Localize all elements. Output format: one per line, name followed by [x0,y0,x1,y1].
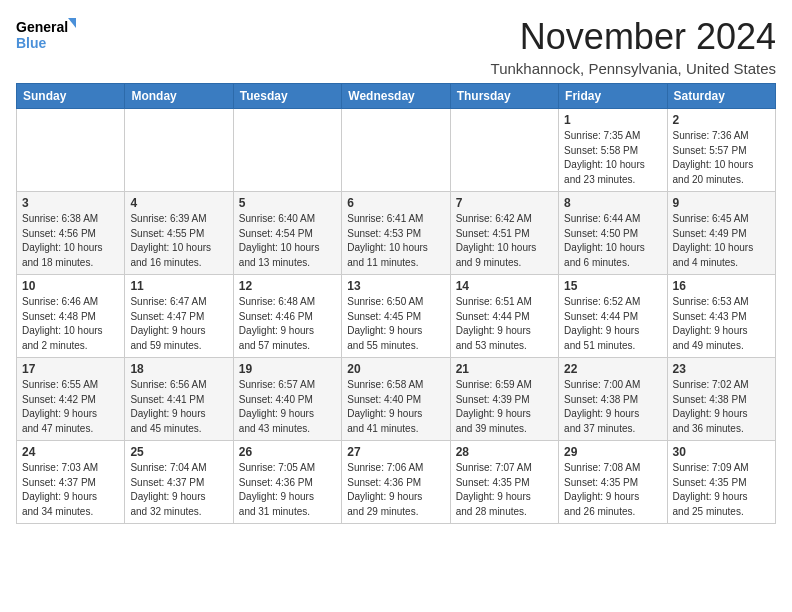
day-info: Sunrise: 7:09 AM Sunset: 4:35 PM Dayligh… [673,461,770,519]
day-info: Sunrise: 6:47 AM Sunset: 4:47 PM Dayligh… [130,295,227,353]
calendar-header: SundayMondayTuesdayWednesdayThursdayFrid… [17,84,776,109]
calendar-cell [125,109,233,192]
weekday-header: Monday [125,84,233,109]
calendar-cell [17,109,125,192]
calendar-cell [450,109,558,192]
calendar-cell: 13Sunrise: 6:50 AM Sunset: 4:45 PM Dayli… [342,275,450,358]
day-info: Sunrise: 6:52 AM Sunset: 4:44 PM Dayligh… [564,295,661,353]
weekday-header: Friday [559,84,667,109]
day-number: 8 [564,196,661,210]
calendar-cell: 17Sunrise: 6:55 AM Sunset: 4:42 PM Dayli… [17,358,125,441]
calendar-cell: 28Sunrise: 7:07 AM Sunset: 4:35 PM Dayli… [450,441,558,524]
location-title: Tunkhannock, Pennsylvania, United States [491,60,776,77]
day-number: 26 [239,445,336,459]
logo: General Blue [16,16,76,56]
calendar-cell: 3Sunrise: 6:38 AM Sunset: 4:56 PM Daylig… [17,192,125,275]
calendar-cell: 6Sunrise: 6:41 AM Sunset: 4:53 PM Daylig… [342,192,450,275]
calendar-cell: 22Sunrise: 7:00 AM Sunset: 4:38 PM Dayli… [559,358,667,441]
day-info: Sunrise: 6:46 AM Sunset: 4:48 PM Dayligh… [22,295,119,353]
day-info: Sunrise: 6:57 AM Sunset: 4:40 PM Dayligh… [239,378,336,436]
day-number: 24 [22,445,119,459]
day-info: Sunrise: 7:07 AM Sunset: 4:35 PM Dayligh… [456,461,553,519]
calendar-cell: 10Sunrise: 6:46 AM Sunset: 4:48 PM Dayli… [17,275,125,358]
calendar-cell: 5Sunrise: 6:40 AM Sunset: 4:54 PM Daylig… [233,192,341,275]
day-number: 4 [130,196,227,210]
calendar-table: SundayMondayTuesdayWednesdayThursdayFrid… [16,83,776,524]
day-info: Sunrise: 7:00 AM Sunset: 4:38 PM Dayligh… [564,378,661,436]
day-number: 7 [456,196,553,210]
calendar-week-row: 10Sunrise: 6:46 AM Sunset: 4:48 PM Dayli… [17,275,776,358]
calendar-week-row: 1Sunrise: 7:35 AM Sunset: 5:58 PM Daylig… [17,109,776,192]
day-info: Sunrise: 6:55 AM Sunset: 4:42 PM Dayligh… [22,378,119,436]
day-number: 29 [564,445,661,459]
day-info: Sunrise: 7:05 AM Sunset: 4:36 PM Dayligh… [239,461,336,519]
calendar-cell: 24Sunrise: 7:03 AM Sunset: 4:37 PM Dayli… [17,441,125,524]
calendar-cell: 7Sunrise: 6:42 AM Sunset: 4:51 PM Daylig… [450,192,558,275]
calendar-cell: 21Sunrise: 6:59 AM Sunset: 4:39 PM Dayli… [450,358,558,441]
calendar-cell: 1Sunrise: 7:35 AM Sunset: 5:58 PM Daylig… [559,109,667,192]
day-info: Sunrise: 7:02 AM Sunset: 4:38 PM Dayligh… [673,378,770,436]
calendar-cell: 14Sunrise: 6:51 AM Sunset: 4:44 PM Dayli… [450,275,558,358]
weekday-header: Wednesday [342,84,450,109]
day-info: Sunrise: 6:40 AM Sunset: 4:54 PM Dayligh… [239,212,336,270]
day-number: 23 [673,362,770,376]
day-info: Sunrise: 6:58 AM Sunset: 4:40 PM Dayligh… [347,378,444,436]
day-info: Sunrise: 6:59 AM Sunset: 4:39 PM Dayligh… [456,378,553,436]
svg-text:General: General [16,19,68,35]
day-number: 20 [347,362,444,376]
day-info: Sunrise: 6:45 AM Sunset: 4:49 PM Dayligh… [673,212,770,270]
calendar-cell: 19Sunrise: 6:57 AM Sunset: 4:40 PM Dayli… [233,358,341,441]
weekday-header: Saturday [667,84,775,109]
day-info: Sunrise: 6:48 AM Sunset: 4:46 PM Dayligh… [239,295,336,353]
calendar-cell: 2Sunrise: 7:36 AM Sunset: 5:57 PM Daylig… [667,109,775,192]
day-number: 15 [564,279,661,293]
calendar-cell: 23Sunrise: 7:02 AM Sunset: 4:38 PM Dayli… [667,358,775,441]
day-number: 25 [130,445,227,459]
day-info: Sunrise: 6:53 AM Sunset: 4:43 PM Dayligh… [673,295,770,353]
calendar-cell: 16Sunrise: 6:53 AM Sunset: 4:43 PM Dayli… [667,275,775,358]
calendar-cell: 27Sunrise: 7:06 AM Sunset: 4:36 PM Dayli… [342,441,450,524]
page-header: General Blue November 2024 Tunkhannock, … [16,16,776,77]
calendar-week-row: 3Sunrise: 6:38 AM Sunset: 4:56 PM Daylig… [17,192,776,275]
day-info: Sunrise: 6:42 AM Sunset: 4:51 PM Dayligh… [456,212,553,270]
day-number: 30 [673,445,770,459]
svg-text:Blue: Blue [16,35,47,51]
day-info: Sunrise: 7:36 AM Sunset: 5:57 PM Dayligh… [673,129,770,187]
day-info: Sunrise: 7:06 AM Sunset: 4:36 PM Dayligh… [347,461,444,519]
logo-svg: General Blue [16,16,76,56]
day-number: 9 [673,196,770,210]
calendar-cell: 12Sunrise: 6:48 AM Sunset: 4:46 PM Dayli… [233,275,341,358]
calendar-cell: 8Sunrise: 6:44 AM Sunset: 4:50 PM Daylig… [559,192,667,275]
day-number: 10 [22,279,119,293]
day-number: 28 [456,445,553,459]
day-number: 2 [673,113,770,127]
calendar-cell: 18Sunrise: 6:56 AM Sunset: 4:41 PM Dayli… [125,358,233,441]
day-info: Sunrise: 7:35 AM Sunset: 5:58 PM Dayligh… [564,129,661,187]
day-number: 14 [456,279,553,293]
day-number: 11 [130,279,227,293]
day-info: Sunrise: 6:44 AM Sunset: 4:50 PM Dayligh… [564,212,661,270]
day-info: Sunrise: 7:08 AM Sunset: 4:35 PM Dayligh… [564,461,661,519]
day-number: 21 [456,362,553,376]
calendar-cell: 15Sunrise: 6:52 AM Sunset: 4:44 PM Dayli… [559,275,667,358]
calendar-cell: 25Sunrise: 7:04 AM Sunset: 4:37 PM Dayli… [125,441,233,524]
calendar-cell [233,109,341,192]
day-number: 12 [239,279,336,293]
calendar-cell: 26Sunrise: 7:05 AM Sunset: 4:36 PM Dayli… [233,441,341,524]
day-info: Sunrise: 6:39 AM Sunset: 4:55 PM Dayligh… [130,212,227,270]
calendar-week-row: 24Sunrise: 7:03 AM Sunset: 4:37 PM Dayli… [17,441,776,524]
day-number: 1 [564,113,661,127]
calendar-cell: 4Sunrise: 6:39 AM Sunset: 4:55 PM Daylig… [125,192,233,275]
day-info: Sunrise: 6:51 AM Sunset: 4:44 PM Dayligh… [456,295,553,353]
day-info: Sunrise: 6:56 AM Sunset: 4:41 PM Dayligh… [130,378,227,436]
day-number: 22 [564,362,661,376]
calendar-cell: 29Sunrise: 7:08 AM Sunset: 4:35 PM Dayli… [559,441,667,524]
day-number: 3 [22,196,119,210]
day-number: 17 [22,362,119,376]
day-info: Sunrise: 6:38 AM Sunset: 4:56 PM Dayligh… [22,212,119,270]
calendar-cell [342,109,450,192]
month-title: November 2024 [491,16,776,58]
svg-marker-2 [68,18,76,28]
day-number: 16 [673,279,770,293]
day-number: 13 [347,279,444,293]
